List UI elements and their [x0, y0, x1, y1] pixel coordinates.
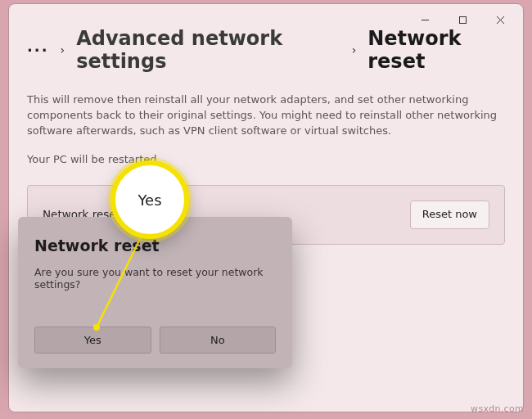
zoom-label: Yes — [138, 191, 161, 209]
description-text: This will remove then reinstall all your… — [27, 92, 505, 139]
restart-notice: Your PC will be restarted. — [27, 152, 505, 168]
breadcrumb: ··· › Advanced network settings › Networ… — [9, 27, 523, 78]
svg-rect-1 — [459, 16, 466, 23]
watermark: wsxdn.com — [471, 403, 524, 414]
dialog-buttons: Yes No — [34, 327, 276, 354]
breadcrumb-overflow[interactable]: ··· — [27, 42, 49, 59]
dialog-message: Are you sure you want to reset your netw… — [34, 266, 276, 327]
annotation-zoom-circle: Yes — [110, 160, 189, 239]
breadcrumb-parent[interactable]: Advanced network settings — [76, 27, 340, 73]
chevron-right-icon: › — [352, 43, 357, 56]
reset-now-button[interactable]: Reset now — [410, 200, 489, 229]
dialog-title: Network reset — [34, 237, 276, 255]
no-button[interactable]: No — [160, 327, 277, 354]
confirm-dialog: Network reset Are you sure you want to r… — [18, 217, 292, 368]
yes-button[interactable]: Yes — [34, 327, 151, 354]
breadcrumb-current: Network reset — [367, 27, 505, 73]
chevron-right-icon: › — [61, 43, 65, 56]
